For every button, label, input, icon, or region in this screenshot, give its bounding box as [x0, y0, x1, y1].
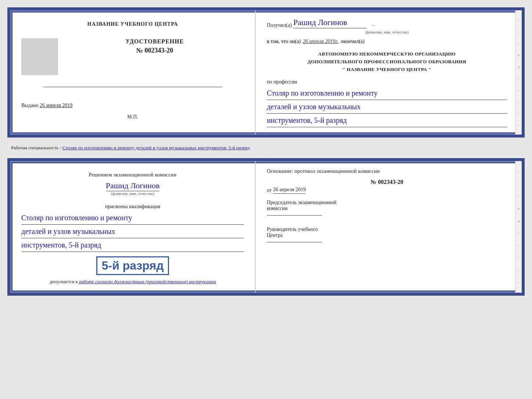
org-line3: " НАЗВАНИЕ УЧЕБНОГО ЦЕНТРА ": [267, 66, 507, 74]
osnovanie-block: Основание: протокол экзаменационной коми…: [267, 168, 507, 174]
protocol-date: 26 апреля 2019: [273, 187, 306, 194]
deco-b10: –: [518, 280, 520, 284]
profession-line3-bottom: инструментов, 5-й разряд: [21, 238, 244, 252]
deco-4: и: [518, 53, 520, 57]
deco-9: –: [518, 111, 520, 115]
fio-subtitle-bottom: (фамилия, имя, отчество): [111, 191, 155, 196]
razryad-box-wrapper: 5-й разряд: [96, 255, 169, 275]
cert-number: № 002343-20: [65, 47, 244, 54]
deco-b5: ,а: [517, 219, 520, 223]
vtom-row: в том, что он(а) 26 апреля 2019г. окончи…: [267, 39, 507, 44]
udostoverenie-label: УДОСТОВЕРЕНИЕ: [65, 38, 244, 45]
deco-7: –: [518, 88, 520, 92]
bottom-certificate: Решением экзаменационной комиссии Рашид …: [7, 158, 525, 296]
deco-2: –: [518, 30, 520, 34]
predsedatel-line2: комиссии: [267, 206, 507, 211]
deco-b6: ←: [517, 231, 521, 235]
deco-b9: –: [518, 268, 520, 272]
prisvoyena-label: присвоена квалификация: [105, 204, 160, 210]
ot-row: от 26 апреля 2019: [267, 187, 507, 194]
deco-b2: –: [518, 182, 520, 186]
deco-b3: –: [518, 194, 520, 198]
protocol-number-block: № 002343-20: [267, 179, 507, 185]
issued-date: 26 апреля 2019: [40, 103, 72, 108]
right-decoration-top: – – – и ,а ← – – – –: [515, 10, 522, 135]
deco-1: –: [518, 18, 520, 22]
cert-logo: [21, 38, 58, 75]
recipient-name-bottom-wrap: Рашид Логинов: [106, 181, 160, 190]
profession-line1-top: Столяр по изготовлению и ремонту: [267, 86, 507, 100]
right-decoration-bottom: – – – и ,а ← – – – –: [515, 161, 522, 293]
recipient-name-bottom: Рашид Логинов: [106, 181, 160, 191]
deco-b1: –: [518, 170, 520, 174]
recipient-name-top: Рашид Логинов: [293, 18, 367, 28]
profession-line2-top: деталей и узлов музыкальных: [267, 100, 507, 114]
rukovoditel-signature: [267, 242, 322, 242]
deco-5: ,а: [517, 65, 520, 69]
razryad-box: 5-й разряд: [96, 256, 169, 275]
dopuskaetsya-italic: работе согласно должностным (производств…: [79, 279, 216, 284]
no-prefix: №: [136, 47, 143, 54]
vtom-date: 26 апреля 2019г.: [303, 39, 338, 44]
deco-3: –: [518, 41, 520, 45]
vtom-text: в том, что он(а): [267, 39, 301, 44]
deco-b7: –: [518, 243, 520, 247]
vydano-label: Выдано: [21, 103, 39, 108]
deco-10: –: [518, 123, 520, 127]
org-line2: ДОПОЛНИТЕЛЬНОГО ПРОФЕССИОНАЛЬНОГО ОБРАЗО…: [267, 58, 507, 66]
razryad-big-text: 5-й разряд: [102, 259, 164, 272]
dopuskaetsya-row: допускается к работе согласно должностны…: [50, 278, 216, 285]
predsedatel-block: Председатель экзаменационной комиссии: [267, 200, 507, 215]
deco-b4: и: [518, 206, 520, 210]
deco-6: ←: [517, 76, 521, 81]
profession-line3-top: инструментов, 5-й разряд: [267, 114, 507, 127]
deco-b8: –: [518, 256, 520, 260]
top-cert-right: Получил(а) Рашид Логинов – (фамилия, имя…: [256, 10, 522, 135]
predsedatel-signature: [267, 215, 322, 215]
okonchil-text: окончил(а): [341, 39, 365, 44]
no-prefix-bottom: №: [370, 179, 376, 185]
profession-line2-bottom: деталей и узлов музыкальных: [21, 225, 244, 238]
cert-issued-row: Выдано 26 апреля 2019: [21, 103, 244, 108]
poluchil-text: Получил(а): [267, 22, 292, 28]
top-center-name: НАЗВАНИЕ УЧЕБНОГО ЦЕНТРА: [87, 21, 178, 27]
org-line1: АВТОНОМНУЮ НЕКОММЕРЧЕСКУЮ ОРГАНИЗАЦИЮ: [267, 50, 507, 58]
resheniem-block: Решением экзаменационной комиссии: [89, 172, 177, 178]
org-block: АВТОНОМНУЮ НЕКОММЕРЧЕСКУЮ ОРГАНИЗАЦИЮ ДО…: [267, 50, 507, 73]
sep-prefix: Рабочая специальность -: [11, 145, 62, 150]
rukovoditel-line1: Руководитель учебного: [267, 227, 507, 232]
profession-line1-bottom: Столяр по изготовлению и ремонту: [21, 211, 244, 225]
left-sep-line: [44, 87, 222, 87]
rukovoditel-block: Руководитель учебного Центра: [267, 227, 507, 242]
mp-label: М.П.: [127, 114, 138, 120]
rukovoditel-line2: Центра: [267, 232, 507, 238]
predsedatel-line1: Председатель экзаменационной: [267, 200, 507, 206]
specialty-separator: Рабочая специальность - Столяр по изгото…: [7, 145, 525, 151]
protocol-no: 002343-20: [378, 179, 403, 185]
top-cert-left: НАЗВАНИЕ УЧЕБНОГО ЦЕНТРА УДОСТОВЕРЕНИЕ №…: [10, 10, 256, 135]
top-certificate: НАЗВАНИЕ УЧЕБНОГО ЦЕНТРА УДОСТОВЕРЕНИЕ №…: [7, 7, 525, 138]
sep-specialty: Столяр по изготовлению и ремонту деталей…: [62, 145, 250, 150]
bottom-cert-right: Основание: протокол экзаменационной коми…: [256, 161, 522, 293]
dopuskaetsya-prefix: допускается к: [50, 279, 78, 284]
cert-title-block: УДОСТОВЕРЕНИЕ № 002343-20: [65, 35, 244, 54]
bottom-cert-left: Решением экзаменационной комиссии Рашид …: [10, 161, 256, 293]
deco-8: –: [518, 100, 520, 104]
cert-left-content: УДОСТОВЕРЕНИЕ № 002343-20: [21, 35, 244, 82]
certificate-container: НАЗВАНИЕ УЧЕБНОГО ЦЕНТРА УДОСТОВЕРЕНИЕ №…: [7, 7, 525, 296]
poluchil-row: Получил(а) Рашид Логинов –: [267, 18, 507, 28]
po-professii-label: по профессии: [267, 79, 507, 85]
cert-no-value: 002343-20: [144, 47, 173, 54]
fio-subtitle-top: (фамилия, имя, отчество): [267, 30, 507, 34]
ot-prefix: от: [267, 188, 272, 193]
